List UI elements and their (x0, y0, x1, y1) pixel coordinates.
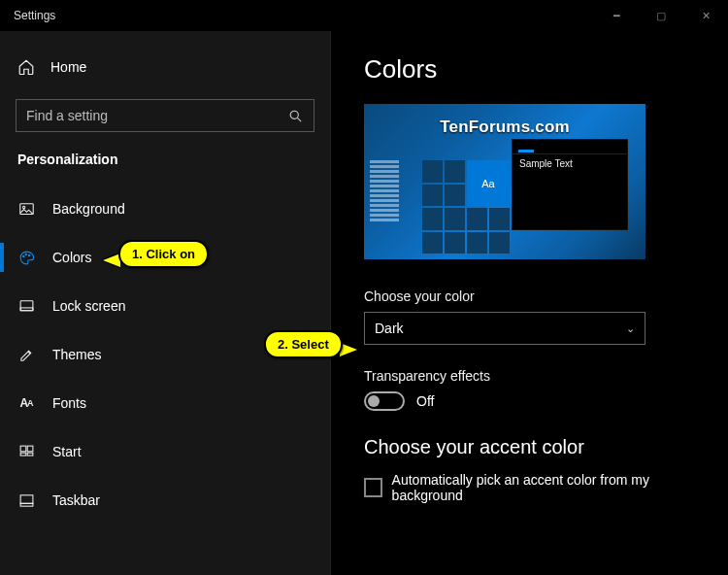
sidebar-item-label: Lock screen (52, 298, 125, 314)
svg-rect-10 (27, 446, 33, 452)
svg-point-4 (22, 255, 23, 256)
titlebar: Settings ━ ▢ ✕ (0, 0, 728, 31)
chevron-down-icon: ⌄ (626, 322, 635, 335)
page-title: Colors (364, 54, 695, 85)
minimize-button[interactable]: ━ (594, 0, 639, 31)
svg-rect-9 (20, 446, 26, 452)
svg-point-6 (28, 254, 29, 255)
preview-taskbar-icon (370, 160, 418, 254)
home-label: Home (50, 59, 86, 75)
auto-accent-label: Automatically pick an accent color from … (392, 472, 695, 503)
close-button[interactable]: ✕ (683, 0, 728, 31)
sidebar-item-start[interactable]: Start (0, 427, 330, 476)
auto-accent-checkbox[interactable] (364, 478, 382, 497)
sidebar-item-fonts[interactable]: AA Fonts (0, 379, 330, 427)
sidebar-item-label: Taskbar (52, 492, 100, 508)
transparency-state: Off (416, 393, 434, 409)
start-icon (17, 443, 35, 460)
svg-rect-7 (20, 300, 33, 310)
callout-1: 1. Click on (118, 240, 209, 268)
svg-rect-12 (27, 453, 33, 456)
accent-heading: Choose your accent color (364, 436, 695, 458)
window-title: Settings (14, 9, 55, 22)
section-heading: Personalization (0, 146, 330, 185)
transparency-toggle[interactable] (364, 391, 405, 411)
sidebar-item-label: Fonts (52, 395, 86, 411)
preview-tiles-icon: Aa (422, 160, 510, 254)
sidebar-item-label: Colors (52, 250, 91, 265)
preview-sample-text: Sample Text (513, 154, 627, 173)
callout-2: 2. Select (264, 330, 343, 358)
choose-color-label: Choose your color (364, 288, 695, 304)
svg-line-1 (297, 118, 301, 121)
color-mode-select[interactable]: Dark ⌄ (364, 312, 645, 345)
sidebar-item-label: Background (52, 201, 125, 217)
maximize-button[interactable]: ▢ (639, 0, 683, 31)
svg-rect-8 (20, 307, 33, 310)
sidebar: Home Find a setting Personalization Back… (0, 31, 330, 575)
search-input[interactable]: Find a setting (16, 99, 314, 132)
lockscreen-icon (17, 297, 35, 315)
sidebar-item-taskbar[interactable]: Taskbar (0, 476, 330, 524)
sidebar-item-label: Themes (52, 347, 102, 362)
themes-icon (17, 346, 35, 363)
taskbar-icon (17, 491, 35, 509)
color-preview: TenForums.com Aa Sample Text (364, 104, 645, 259)
preview-window-icon: Sample Text (512, 139, 628, 230)
sidebar-item-label: Start (52, 444, 82, 459)
home-nav[interactable]: Home (0, 51, 330, 93)
search-icon (286, 107, 304, 124)
svg-rect-11 (20, 453, 26, 456)
svg-point-3 (22, 206, 24, 208)
transparency-label: Transparency effects (364, 368, 695, 384)
fonts-icon: AA (17, 394, 35, 412)
picture-icon (17, 200, 35, 218)
svg-point-5 (25, 254, 26, 254)
home-icon (17, 58, 35, 76)
sidebar-item-background[interactable]: Background (0, 185, 330, 233)
palette-icon (17, 249, 35, 266)
watermark-text: TenForums.com (364, 118, 645, 137)
search-placeholder: Find a setting (26, 108, 108, 123)
main-content: Colors TenForums.com Aa Sample Text Choo… (330, 31, 728, 575)
sidebar-item-lockscreen[interactable]: Lock screen (0, 282, 330, 330)
svg-rect-14 (20, 494, 33, 502)
svg-point-0 (290, 111, 298, 118)
color-mode-value: Dark (375, 321, 404, 336)
